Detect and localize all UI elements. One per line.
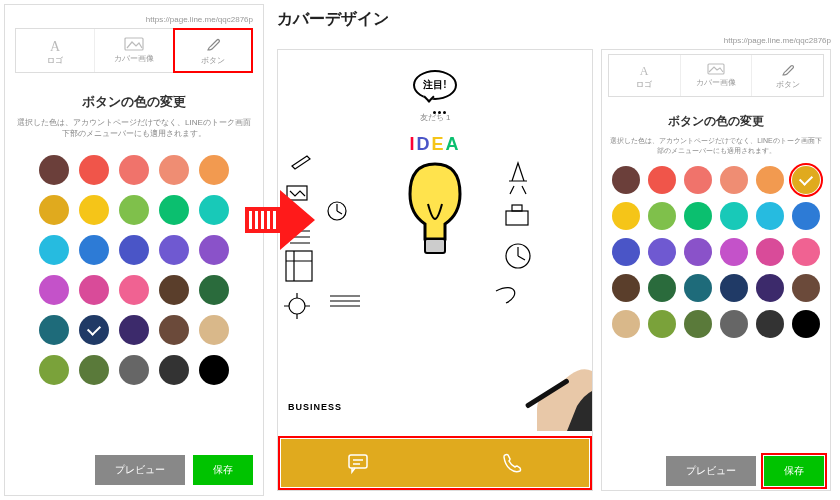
svg-rect-16	[349, 455, 367, 468]
color-swatch[interactable]	[159, 275, 189, 305]
color-swatch[interactable]	[612, 166, 640, 194]
color-swatch[interactable]	[159, 155, 189, 185]
color-swatch[interactable]	[648, 274, 676, 302]
tabs: A ロゴ カバー画像 ボタン	[15, 28, 253, 73]
color-swatch[interactable]	[756, 166, 784, 194]
color-swatch[interactable]	[159, 355, 189, 385]
svg-rect-6	[273, 211, 276, 229]
color-swatch[interactable]	[612, 202, 640, 230]
color-swatch[interactable]	[648, 166, 676, 194]
color-swatch[interactable]	[119, 155, 149, 185]
color-swatch[interactable]	[648, 202, 676, 230]
color-swatch[interactable]	[39, 355, 69, 385]
tab-cover-image[interactable]: カバー画像	[681, 55, 753, 96]
section-title: ボタンの色の変更	[15, 93, 253, 111]
svg-rect-11	[506, 211, 528, 225]
color-swatch[interactable]	[199, 315, 229, 345]
color-swatch[interactable]	[720, 310, 748, 338]
color-swatch[interactable]	[39, 275, 69, 305]
color-swatch[interactable]	[684, 202, 712, 230]
section-desc: 選択した色は、アカウントページだけでなく、LINEのトーク画面下部のメニューバー…	[15, 117, 253, 139]
color-swatch[interactable]	[79, 155, 109, 185]
save-button[interactable]: 保存	[193, 455, 253, 485]
color-swatch[interactable]	[612, 238, 640, 266]
tab-logo[interactable]: A ロゴ	[609, 55, 681, 96]
color-swatch[interactable]	[684, 310, 712, 338]
tab-button[interactable]: ボタン	[752, 55, 823, 96]
color-swatch[interactable]	[199, 275, 229, 305]
color-swatch[interactable]	[159, 235, 189, 265]
color-swatch[interactable]	[79, 315, 109, 345]
color-swatch[interactable]	[756, 310, 784, 338]
tab-label: ボタン	[752, 79, 823, 90]
save-button[interactable]: 保存	[764, 456, 824, 486]
chat-icon-btn[interactable]	[281, 439, 435, 487]
right-picker-panel: A ロゴ カバー画像 ボタン ボタンの色の変更 選択した色は、アカウントページだ…	[601, 49, 831, 491]
color-swatch[interactable]	[159, 195, 189, 225]
tab-cover-image[interactable]: カバー画像	[95, 29, 174, 72]
color-swatch[interactable]	[792, 274, 820, 302]
hand-drawing-icon	[512, 351, 592, 431]
color-swatch[interactable]	[684, 166, 712, 194]
brush-icon	[205, 37, 221, 53]
color-swatch[interactable]	[792, 310, 820, 338]
svg-rect-12	[512, 205, 522, 211]
svg-text:A: A	[640, 64, 649, 77]
color-swatch[interactable]	[199, 155, 229, 185]
color-swatch[interactable]	[684, 238, 712, 266]
color-swatch[interactable]	[79, 275, 109, 305]
color-swatch[interactable]	[792, 166, 820, 194]
color-swatch[interactable]	[792, 202, 820, 230]
tab-label: カバー画像	[681, 77, 752, 88]
color-swatch[interactable]	[159, 315, 189, 345]
doodles-icon	[282, 151, 542, 331]
color-swatch[interactable]	[720, 274, 748, 302]
tab-label: ボタン	[174, 55, 252, 66]
tab-button[interactable]: ボタン	[174, 29, 252, 72]
business-label: BUSINESS	[288, 402, 342, 412]
cover-preview: 注目! 友だち 1 IDEA	[277, 49, 593, 491]
tabs: A ロゴ カバー画像 ボタン	[608, 54, 824, 97]
color-swatch[interactable]	[79, 235, 109, 265]
color-swatch[interactable]	[720, 166, 748, 194]
color-swatch[interactable]	[119, 235, 149, 265]
color-swatch[interactable]	[39, 195, 69, 225]
call-icon-btn[interactable]	[435, 439, 589, 487]
svg-text:A: A	[50, 39, 61, 53]
svg-rect-9	[286, 251, 312, 281]
speech-text: 注目!	[423, 78, 446, 92]
color-swatch[interactable]	[79, 195, 109, 225]
left-panel: https://page.line.me/qqc2876p A ロゴ カバー画像…	[4, 4, 264, 496]
tab-label: ロゴ	[16, 55, 94, 66]
color-swatches-left	[15, 155, 253, 385]
color-swatch[interactable]	[119, 195, 149, 225]
color-swatch[interactable]	[612, 274, 640, 302]
color-swatch[interactable]	[119, 355, 149, 385]
color-swatch[interactable]	[648, 310, 676, 338]
color-swatch[interactable]	[756, 274, 784, 302]
color-swatch[interactable]	[119, 275, 149, 305]
color-swatch[interactable]	[684, 274, 712, 302]
color-swatch[interactable]	[199, 355, 229, 385]
tab-label: カバー画像	[95, 53, 173, 64]
color-swatch[interactable]	[39, 235, 69, 265]
color-swatch[interactable]	[720, 202, 748, 230]
color-swatch[interactable]	[39, 155, 69, 185]
color-swatch[interactable]	[756, 202, 784, 230]
page-url: https://page.line.me/qqc2876p	[277, 36, 831, 45]
color-swatch[interactable]	[39, 315, 69, 345]
color-swatch[interactable]	[792, 238, 820, 266]
preview-button[interactable]: プレビュー	[666, 456, 756, 486]
color-swatch[interactable]	[756, 238, 784, 266]
arrow-icon	[245, 185, 315, 255]
color-swatch[interactable]	[648, 238, 676, 266]
color-swatch[interactable]	[720, 238, 748, 266]
tab-logo[interactable]: A ロゴ	[16, 29, 95, 72]
color-swatch[interactable]	[612, 310, 640, 338]
color-swatch[interactable]	[119, 315, 149, 345]
preview-button[interactable]: プレビュー	[95, 455, 185, 485]
color-swatch[interactable]	[79, 355, 109, 385]
color-swatch[interactable]	[199, 195, 229, 225]
page-url: https://page.line.me/qqc2876p	[15, 15, 253, 24]
color-swatch[interactable]	[199, 235, 229, 265]
